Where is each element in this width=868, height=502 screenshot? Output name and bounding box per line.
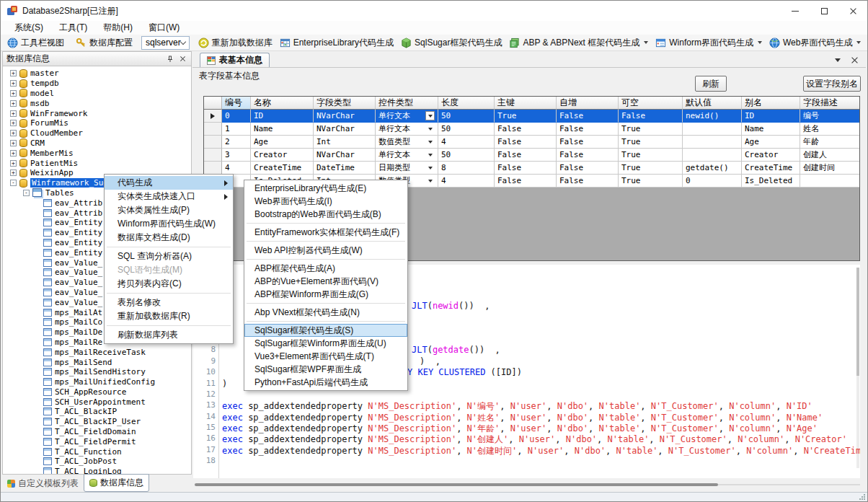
grid-cell[interactable]: 单行文本	[376, 110, 438, 123]
grid-cell[interactable]: 3	[222, 149, 251, 162]
grid-cell[interactable]: 日期类型	[376, 162, 438, 175]
submenu-item[interactable]: EnterpriseLibrary代码生成(E)	[244, 182, 407, 195]
submenu-item[interactable]: ABP的Vue+Element界面代码(V)	[244, 275, 407, 288]
tree-item[interactable]: +master	[3, 69, 191, 79]
grid-cell[interactable]: False	[557, 123, 619, 136]
grid-cell[interactable]: Creator	[251, 149, 314, 162]
grid-cell[interactable]: Age	[251, 136, 314, 149]
close-button[interactable]	[838, 1, 867, 21]
grid-cell[interactable]: NVarChar	[314, 149, 376, 162]
grid-cell[interactable]: Is_Deleted	[742, 175, 800, 188]
grid-cell[interactable]: 0	[683, 175, 742, 188]
context-menu-item[interactable]: SQL语句生成(M)	[105, 263, 233, 277]
toolbar-web-button[interactable]: Web界面代码生成	[766, 35, 864, 50]
grid-header-cell[interactable]: 默认值	[683, 97, 742, 110]
tree-item[interactable]: SCH_UserAppointment	[3, 397, 191, 407]
tree-expander-icon[interactable]: +	[10, 110, 17, 117]
grid-header-cell[interactable]: 主键	[495, 97, 557, 110]
grid-row-selector[interactable]	[204, 123, 222, 136]
toolbar-abp-button[interactable]: ABP & ABPNext 框架代码生成	[505, 35, 652, 50]
grid-cell[interactable]: 年龄	[800, 136, 860, 149]
tree-item[interactable]: mps_MailSendHistory	[3, 367, 191, 377]
grid-row-selector[interactable]	[204, 110, 222, 123]
grid-cell[interactable]: 单行文本	[376, 149, 438, 162]
grid-header-cell[interactable]: 自增	[557, 97, 619, 110]
context-menu-item[interactable]: 实体类属性生成(P)	[105, 203, 233, 217]
grid-cell[interactable]: 50	[438, 149, 495, 162]
grid-cell[interactable]: 4	[438, 175, 495, 188]
tree-item[interactable]: +tempdb	[3, 79, 191, 89]
grid-cell[interactable]: 50	[438, 123, 495, 136]
grid-cell[interactable]: False	[557, 136, 619, 149]
grid-cell[interactable]: Int	[314, 136, 376, 149]
grid-cell[interactable]: True	[619, 162, 683, 175]
grid-cell[interactable]: False	[557, 175, 619, 188]
submenu-item[interactable]: ABP框架代码生成(A)	[244, 262, 407, 275]
menubar-item[interactable]: 系统(S)	[6, 20, 51, 35]
combo-dropdown-button[interactable]	[425, 150, 435, 159]
tree-item[interactable]: T_ACL_BlackIP	[3, 407, 191, 417]
grid-cell[interactable]	[683, 136, 742, 149]
tree-item[interactable]: +CRM	[3, 138, 191, 149]
submenu-item[interactable]: Python+FastApi后端代码生成	[244, 376, 407, 389]
tree-item[interactable]: +model	[3, 89, 191, 99]
maximize-button[interactable]	[810, 1, 838, 21]
grid-cell[interactable]: False	[619, 110, 683, 123]
grid-row-selector[interactable]	[204, 162, 222, 175]
tree-expander-icon[interactable]: +	[10, 80, 17, 87]
grid-cell[interactable]: True	[619, 149, 683, 162]
submenu-item[interactable]: SqlSugar框架WPF界面生成	[244, 363, 407, 376]
grid-cell[interactable]: 4	[438, 136, 495, 149]
grid-cell[interactable]: True	[495, 110, 557, 123]
tree-item[interactable]: +ForumMis	[3, 118, 191, 128]
grid-header-cell[interactable]: 名称	[251, 97, 314, 110]
grid-cell[interactable]: Age	[742, 136, 800, 149]
grid-header-cell[interactable]: 长度	[438, 97, 495, 110]
grid-cell[interactable]: False	[495, 136, 557, 149]
context-menu-item[interactable]: 刷新数据库列表	[105, 328, 233, 342]
toolbar-winform-button[interactable]: Winform界面代码生成	[652, 35, 766, 50]
grid-row[interactable]: 4CreateTimeDateTime日期类型8FalseFalseTruege…	[204, 162, 859, 175]
tree-expander-icon[interactable]: +	[10, 169, 17, 176]
submenu-item[interactable]: EntityFramework实体框架代码生成(F)	[244, 226, 407, 239]
grid-cell[interactable]: 4	[222, 162, 251, 175]
grid-cell[interactable]: False	[495, 149, 557, 162]
grid-cell[interactable]: True	[619, 136, 683, 149]
grid-cell[interactable]: newid()	[683, 110, 742, 123]
tree-item[interactable]: mps_MailUnifiedConfig	[3, 377, 191, 387]
vertical-scrollbar[interactable]	[856, 268, 859, 468]
context-menu-item[interactable]: 重新加载数据库(R)	[105, 309, 233, 323]
grid-cell[interactable]: CreateTime	[742, 162, 800, 175]
db-type-select[interactable]: sqlserver	[141, 36, 190, 50]
grid-cell[interactable]: False	[495, 175, 557, 188]
context-menu-item[interactable]: Winform界面代码生成(W)	[105, 217, 233, 231]
grid-cell[interactable]: 50	[438, 110, 495, 123]
tree-item[interactable]: +PatientMis	[3, 158, 191, 168]
menubar-item[interactable]: 工具(T)	[51, 20, 95, 35]
refresh-button[interactable]: 刷新	[695, 76, 727, 92]
grid-cell[interactable]: 姓名	[800, 123, 860, 136]
submenu-item[interactable]: ABP框架Winform界面生成(G)	[244, 288, 407, 301]
submenu-item[interactable]: SqlSugar框架代码生成(S)	[244, 324, 407, 337]
combo-dropdown-button[interactable]	[425, 111, 435, 120]
grid-cell[interactable]: 创建时间	[800, 162, 860, 175]
grid-row[interactable]: 0IDNVarChar单行文本50TrueFalseFalsenewid()ID…	[204, 110, 859, 123]
tree-item[interactable]: T_ACL_FieldDomain	[3, 427, 191, 437]
context-menu-item[interactable]: 拷贝列表内容(C)	[105, 277, 233, 291]
menubar-item[interactable]: 窗口(W)	[141, 20, 187, 35]
grid-header-cell[interactable]: 控件类型	[376, 97, 438, 110]
grid-cell[interactable]: 数值类型	[376, 136, 438, 149]
tree-item[interactable]: +msdb	[3, 98, 191, 108]
toolbar-reload-button[interactable]: 重新加载数据库	[195, 35, 276, 50]
document-close-button[interactable]	[851, 56, 859, 64]
pin-button[interactable]	[165, 54, 175, 64]
tree-expander-icon[interactable]: +	[10, 100, 17, 107]
grid-cell[interactable]: ID	[742, 110, 800, 123]
submenu-item[interactable]: Bootstrap的Web界面代码生成(B)	[244, 208, 407, 221]
grid-row-selector[interactable]	[204, 136, 222, 149]
grid-row[interactable]: 3CreatorNVarChar单行文本50FalseFalseTrueCrea…	[204, 149, 859, 162]
submenu-item[interactable]: SqlSugar框架Winform界面生成(U)	[244, 337, 407, 350]
grid-cell[interactable]: 0	[222, 110, 251, 123]
grid-header-cell[interactable]: 编号	[222, 97, 251, 110]
grid-cell[interactable]: False	[557, 110, 619, 123]
